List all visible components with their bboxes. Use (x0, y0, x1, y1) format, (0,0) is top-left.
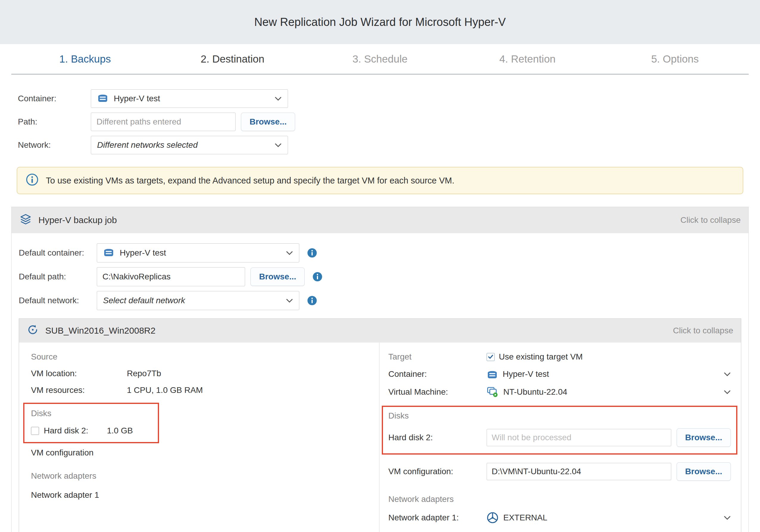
target-heading-row: Target Use existing target VM (388, 352, 731, 362)
target-container-row[interactable]: Container: Hyper-V test (388, 369, 731, 379)
target-vm-value: NT-Ubuntu-22.04 (503, 387, 567, 397)
target-vm-config-input[interactable] (487, 463, 671, 480)
target-disk-row: Hard disk 2: Browse... (388, 428, 731, 447)
default-network-dropdown[interactable]: Select default network (97, 291, 299, 310)
path-row: Path: Browse... (18, 113, 760, 131)
container-value: Hyper-V test (114, 94, 160, 103)
chevron-down-icon (724, 516, 731, 520)
container-label: Container: (18, 94, 91, 103)
network-row: Network: Different networks selected (18, 136, 760, 154)
vm1-header[interactable]: SUB_Win2016_Win2008R2 Click to collapse (19, 319, 741, 343)
info-banner-text: To use existing VMs as targets, expand t… (46, 176, 454, 186)
target-disks-heading: Disks (388, 411, 731, 420)
use-existing-vm-checkbox[interactable] (487, 353, 495, 361)
path-label: Path: (18, 117, 91, 126)
info-icon[interactable] (312, 272, 322, 282)
replication-cycle-icon (27, 324, 39, 338)
step-backups[interactable]: 1. Backups (11, 53, 159, 65)
default-path-label: Default path: (19, 272, 97, 281)
default-path-row: Default path: Browse... (19, 267, 741, 286)
vm-resources-value: 1 CPU, 1.0 GB RAM (127, 385, 203, 395)
default-network-row: Default network: Select default network (19, 291, 741, 310)
step-destination[interactable]: 2. Destination (159, 53, 306, 65)
page-title: New Replication Job Wizard for Microsoft… (254, 16, 506, 28)
target-panel: Target Use existing target VM Container: (379, 343, 741, 532)
default-network-value: Select default network (103, 296, 185, 305)
vm1-title: SUB_Win2016_Win2008R2 (45, 325, 156, 336)
info-icon[interactable] (307, 248, 317, 258)
vm-location-row: VM location: Repo7Tb (31, 369, 367, 378)
target-adapter-label: Network adapter 1: (388, 513, 487, 522)
network-value: Different networks selected (97, 140, 198, 150)
use-existing-vm-label[interactable]: Use existing target VM (499, 352, 583, 362)
source-network-adapter: Network adapter 1 (31, 490, 367, 500)
vm-block-sub-win2016: SUB_Win2016_Win2008R2 Click to collapse … (19, 318, 741, 532)
container-row: Container: Hyper-V test (18, 89, 760, 108)
annotation-red-box-source-disks: Disks Hard disk 2: 1.0 GB (23, 403, 159, 443)
vm-location-value: Repo7Tb (127, 369, 161, 378)
target-container-value: Hyper-V test (503, 369, 549, 379)
default-container-label: Default container: (19, 248, 97, 258)
container-dropdown[interactable]: Hyper-V test (91, 89, 288, 108)
path-browse-button[interactable]: Browse... (241, 113, 295, 131)
network-dropdown[interactable]: Different networks selected (91, 136, 288, 154)
default-container-row: Default container: Hyper-V test (19, 243, 741, 263)
hyperv-container-icon (97, 93, 108, 105)
job-title: Hyper-V backup job (38, 215, 117, 225)
chevron-down-icon (275, 143, 282, 147)
virtual-machine-icon (487, 387, 499, 397)
source-network-heading: Network adapters (31, 471, 367, 481)
layers-icon (19, 213, 32, 227)
target-vm-label: Virtual Machine: (388, 387, 487, 397)
step-options[interactable]: 5. Options (601, 53, 749, 65)
default-path-input[interactable] (97, 267, 245, 286)
source-disk-row: Hard disk 2: 1.0 GB (31, 426, 153, 435)
target-disk-label: Hard disk 2: (388, 433, 487, 442)
hyperv-container-icon (103, 247, 114, 259)
source-disk-checkbox[interactable] (31, 427, 39, 435)
target-adapter-row[interactable]: Network adapter 1: EXTERNAL (388, 512, 731, 524)
source-disk-label[interactable]: Hard disk 2: (44, 426, 107, 435)
info-icon[interactable] (307, 296, 317, 306)
target-disk-input[interactable] (487, 429, 671, 446)
destination-top-form: Container: Hyper-V test Path: Browse... … (0, 74, 760, 154)
network-switch-icon (487, 512, 499, 524)
job-section-header[interactable]: Hyper-V backup job Click to collapse (12, 207, 748, 233)
info-icon (25, 173, 39, 188)
source-heading: Source (31, 352, 367, 362)
path-input[interactable] (91, 113, 236, 131)
info-banner: To use existing VMs as targets, expand t… (17, 167, 743, 194)
target-heading: Target (388, 352, 487, 362)
wizard-steps: 1. Backups 2. Destination 3. Schedule 4.… (11, 44, 749, 74)
chevron-down-icon (724, 372, 731, 376)
default-container-value: Hyper-V test (120, 248, 166, 258)
wizard-titlebar: New Replication Job Wizard for Microsoft… (0, 0, 760, 44)
source-disks-heading: Disks (31, 409, 153, 418)
hyperv-backup-job-section: Hyper-V backup job Click to collapse Def… (11, 207, 749, 532)
annotation-red-box-target-disks: Disks Hard disk 2: Browse... (382, 406, 737, 455)
default-container-dropdown[interactable]: Hyper-V test (97, 243, 299, 263)
target-network-heading: Network adapters (388, 495, 731, 504)
target-vm-config-label: VM configuration: (388, 467, 487, 476)
chevron-down-icon (724, 390, 731, 394)
network-label: Network: (18, 140, 91, 150)
target-vm-row[interactable]: Virtual Machine: NT-Ubuntu-22.04 (388, 387, 731, 397)
target-disk-browse-button[interactable]: Browse... (677, 428, 731, 447)
target-container-label: Container: (388, 369, 487, 379)
step-schedule[interactable]: 3. Schedule (306, 53, 453, 65)
target-vm-config-browse-button[interactable]: Browse... (677, 462, 731, 481)
source-disk-size: 1.0 GB (107, 426, 133, 435)
chevron-down-icon (286, 251, 293, 255)
step-retention[interactable]: 4. Retention (454, 53, 601, 65)
target-vm-config-row: VM configuration: Browse... (388, 462, 731, 481)
source-vm-configuration: VM configuration (31, 448, 367, 458)
chevron-down-icon (275, 97, 282, 101)
target-adapter-value: EXTERNAL (503, 513, 547, 522)
source-panel: Source VM location: Repo7Tb VM resources… (19, 343, 379, 532)
hyperv-container-icon (487, 369, 498, 379)
default-path-browse-button[interactable]: Browse... (251, 267, 305, 286)
vm-resources-row: VM resources: 1 CPU, 1.0 GB RAM (31, 385, 367, 395)
vm1-columns: Source VM location: Repo7Tb VM resources… (19, 343, 741, 532)
default-network-label: Default network: (19, 296, 97, 305)
vm-resources-label: VM resources: (31, 385, 127, 395)
